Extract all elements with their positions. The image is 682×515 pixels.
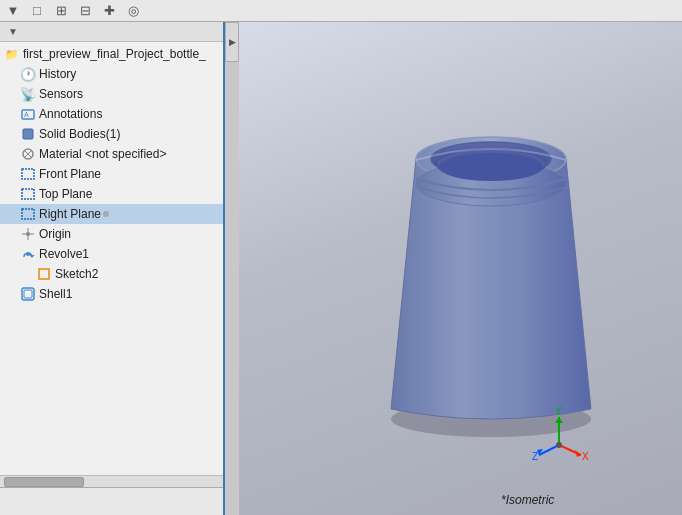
- axis-indicator: Z X Y: [529, 405, 589, 465]
- toolbar: ▼ □ ⊞ ⊟ ✚ ◎: [0, 0, 682, 22]
- toolbar-icon-1[interactable]: □: [28, 2, 46, 20]
- tree-root-label: first_preview_final_Project_bottle_: [23, 47, 206, 61]
- tree-item-front-plane[interactable]: Front Plane: [0, 164, 223, 184]
- tree-label-top-plane: Top Plane: [39, 187, 92, 201]
- main-content: ▼ 📁 first_preview_final_Project_bottle_ …: [0, 22, 682, 515]
- front-plane-icon: [20, 166, 36, 182]
- tree-label-origin: Origin: [39, 227, 71, 241]
- right-plane-icon: [20, 206, 36, 222]
- tree-item-sensors[interactable]: 📡 Sensors: [0, 84, 223, 104]
- svg-text:Y: Y: [555, 406, 562, 417]
- tree-label-right-plane: Right Plane: [39, 207, 101, 221]
- svg-text:X: X: [582, 451, 589, 462]
- svg-text:A: A: [24, 111, 29, 118]
- toolbar-icon-5[interactable]: ◎: [124, 2, 142, 20]
- tree-label-revolve1: Revolve1: [39, 247, 89, 261]
- tree-item-sketch2[interactable]: Sketch2: [0, 264, 223, 284]
- svg-point-29: [556, 442, 562, 448]
- scroll-thumb[interactable]: [4, 477, 84, 487]
- panel-collapse-button[interactable]: ▶: [225, 22, 239, 62]
- material-icon: [20, 146, 36, 162]
- toolbar-icon-3[interactable]: ⊟: [76, 2, 94, 20]
- tree-label-sketch2: Sketch2: [55, 267, 98, 281]
- folder-icon: 📁: [4, 46, 20, 62]
- svg-text:Z: Z: [532, 451, 538, 462]
- bottle-svg: [361, 79, 621, 439]
- left-panel-bottom: [0, 487, 223, 515]
- tree-label-annotations: Annotations: [39, 107, 102, 121]
- tree-panel-inner: 📁 first_preview_final_Project_bottle_ 🕐 …: [0, 42, 223, 515]
- revolve-icon: [20, 246, 36, 262]
- tree-filter-bar: ▼: [0, 22, 223, 42]
- svg-marker-27: [555, 417, 563, 423]
- tree-item-annotations[interactable]: A Annotations: [0, 104, 223, 124]
- tree-item-origin[interactable]: Origin: [0, 224, 223, 244]
- tree-item-material[interactable]: Material <not specified>: [0, 144, 223, 164]
- view-label: *Isometric: [501, 493, 554, 507]
- annotation-icon: A: [20, 106, 36, 122]
- tree-label-front-plane: Front Plane: [39, 167, 101, 181]
- filter-icon[interactable]: ▼: [4, 23, 22, 41]
- tree-label-solid-bodies: Solid Bodies(1): [39, 127, 120, 141]
- sensor-icon: 📡: [20, 86, 36, 102]
- tree-item-solid-bodies[interactable]: Solid Bodies(1): [0, 124, 223, 144]
- toolbar-icon-2[interactable]: ⊞: [52, 2, 70, 20]
- tree-item-shell1[interactable]: Shell1: [0, 284, 223, 304]
- svg-rect-5: [22, 189, 34, 199]
- tree-label-sensors: Sensors: [39, 87, 83, 101]
- svg-rect-6: [22, 209, 34, 219]
- origin-icon: [20, 226, 36, 242]
- tree-label-history: History: [39, 67, 76, 81]
- sketch-icon: [36, 266, 52, 282]
- filter-icon[interactable]: ▼: [4, 2, 22, 20]
- plane-indicator: [103, 211, 109, 217]
- svg-rect-4: [22, 169, 34, 179]
- svg-point-10: [26, 252, 30, 256]
- tree-label-material: Material <not specified>: [39, 147, 166, 161]
- solid-bodies-icon: [20, 126, 36, 142]
- feature-tree: 📁 first_preview_final_Project_bottle_ 🕐 …: [0, 42, 223, 475]
- left-panel: ▼ 📁 first_preview_final_Project_bottle_ …: [0, 22, 225, 515]
- tree-item-revolve1[interactable]: Revolve1: [0, 244, 223, 264]
- svg-rect-2: [23, 129, 33, 139]
- tree-item-right-plane[interactable]: Right Plane: [0, 204, 223, 224]
- tree-item-history[interactable]: 🕐 History: [0, 64, 223, 84]
- svg-rect-13: [24, 290, 32, 298]
- toolbar-icon-4[interactable]: ✚: [100, 2, 118, 20]
- history-icon: 🕐: [20, 66, 36, 82]
- shell-icon: [20, 286, 36, 302]
- svg-point-19: [439, 153, 543, 181]
- tree-item-top-plane[interactable]: Top Plane: [0, 184, 223, 204]
- top-plane-icon: [20, 186, 36, 202]
- bottle-3d-view: [319, 62, 662, 455]
- tree-label-shell1: Shell1: [39, 287, 72, 301]
- svg-rect-11: [39, 269, 49, 279]
- tree-item-root[interactable]: 📁 first_preview_final_Project_bottle_: [0, 44, 223, 64]
- horizontal-scrollbar[interactable]: [0, 475, 223, 487]
- 3d-viewport[interactable]: Z X Y *Isometric: [239, 22, 682, 515]
- svg-point-9: [26, 232, 30, 236]
